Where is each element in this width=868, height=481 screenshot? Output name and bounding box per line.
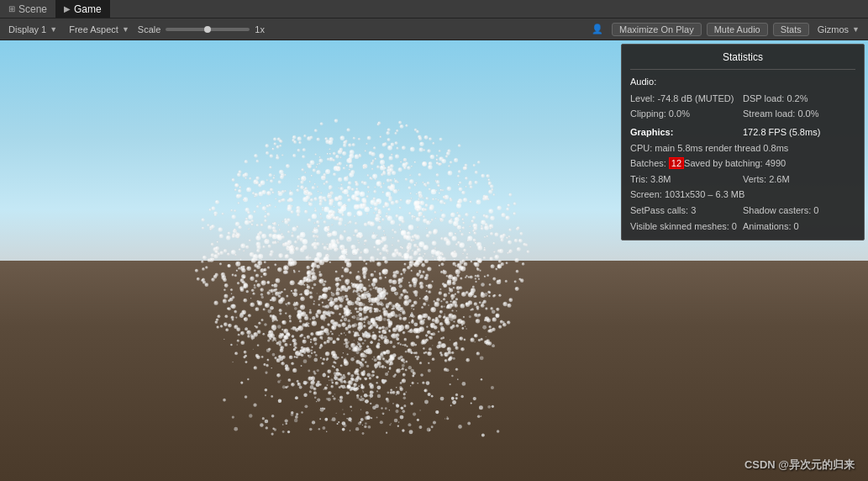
setpass-info: SetPass calls: 3 xyxy=(630,204,743,219)
screen-row: Screen: 1031x530 – 6.3 MB xyxy=(630,188,855,203)
mute-audio-button[interactable]: Mute Audio xyxy=(707,23,768,36)
display-label: Display 1 xyxy=(8,24,46,34)
cpu-row: CPU: main 5.8ms render thread 0.8ms xyxy=(630,141,855,156)
maximize-button[interactable]: Maximize On Play xyxy=(612,23,702,36)
saved-batching: Saved by batching: 4990 xyxy=(684,156,855,172)
stats-panel: Statistics Audio: Level: -74.8 dB (MUTED… xyxy=(621,44,865,240)
tab-bar: ⊞ Scene ▶ Game xyxy=(0,0,868,18)
cpu-info: CPU: main 5.8ms render thread 0.8ms xyxy=(630,141,788,156)
toolbar: Display 1 ▼ Free Aspect ▼ Scale 1x 👤 Max… xyxy=(0,18,868,40)
tab-scene-label: Scene xyxy=(18,3,47,15)
display-chevron-icon: ▼ xyxy=(50,25,57,34)
display-selector[interactable]: Display 1 ▼ xyxy=(5,23,60,36)
aspect-selector[interactable]: Free Aspect ▼ xyxy=(66,23,133,36)
anim-info: Animations: 0 xyxy=(743,219,855,235)
watermark: CSDN @异次元的归来 xyxy=(744,457,855,473)
tris-verts-row: Tris: 3.8M Verts: 2.6M xyxy=(630,172,855,188)
tab-game[interactable]: ▶ Game xyxy=(55,0,110,18)
person-icon-btn[interactable]: 👤 xyxy=(588,22,607,36)
batches-highlight: 12 xyxy=(669,157,684,169)
batches-row: Batches: 12 Saved by batching: 4990 xyxy=(630,156,855,172)
gizmos-selector[interactable]: Gizmos ▼ xyxy=(814,23,863,36)
aspect-chevron-icon: ▼ xyxy=(122,25,129,34)
stats-button[interactable]: Stats xyxy=(773,23,809,36)
batches-prefix: Batches: xyxy=(630,158,669,168)
batches-info: Batches: 12 xyxy=(630,156,684,172)
screen-info: Screen: 1031x530 – 6.3 MB xyxy=(630,188,744,203)
scale-slider[interactable] xyxy=(166,28,250,31)
setpass-shadow-row: SetPass calls: 3 Shadow casters: 0 xyxy=(630,204,855,219)
verts-info: Verts: 2.6M xyxy=(743,172,855,188)
aspect-label: Free Aspect xyxy=(69,24,118,34)
scale-slider-thumb xyxy=(204,26,211,33)
gizmos-label: Gizmos xyxy=(818,24,849,34)
stats-title: Statistics xyxy=(630,50,855,70)
graphics-fps-row: Graphics: 172.8 FPS (5.8ms) xyxy=(630,125,855,140)
tab-game-label: Game xyxy=(74,3,102,15)
graphics-section-title: Graphics: xyxy=(630,125,743,140)
tab-scene[interactable]: ⊞ Scene xyxy=(0,0,55,18)
shadow-casters-info: Shadow casters: 0 xyxy=(743,204,855,219)
game-icon: ▶ xyxy=(64,4,71,13)
skinned-anim-row: Visible skinned meshes: 0 Animations: 0 xyxy=(630,219,855,235)
audio-level-row: Level: -74.8 dB (MUTED) DSP load: 0.2% xyxy=(630,92,855,107)
scale-label: Scale xyxy=(138,24,161,34)
audio-stream: Stream load: 0.0% xyxy=(743,107,855,122)
audio-clipping-row: Clipping: 0.0% Stream load: 0.0% xyxy=(630,107,855,122)
tris-info: Tris: 3.8M xyxy=(630,172,743,188)
person-icon: 👤 xyxy=(592,24,603,34)
skinned-info: Visible skinned meshes: 0 xyxy=(630,219,743,235)
audio-clipping: Clipping: 0.0% xyxy=(630,107,743,122)
gizmos-chevron-icon: ▼ xyxy=(852,25,860,34)
scene-icon: ⊞ xyxy=(8,4,15,13)
audio-section-title: Audio: xyxy=(630,75,855,90)
main-area: CSDN @异次元的归来 Statistics Audio: Level: -7… xyxy=(0,40,868,481)
audio-dsp: DSP load: 0.2% xyxy=(743,92,855,107)
fps-value: 172.8 FPS (5.8ms) xyxy=(743,125,855,140)
scale-value: 1x xyxy=(255,24,265,34)
audio-level: Level: -74.8 dB (MUTED) xyxy=(630,92,743,107)
